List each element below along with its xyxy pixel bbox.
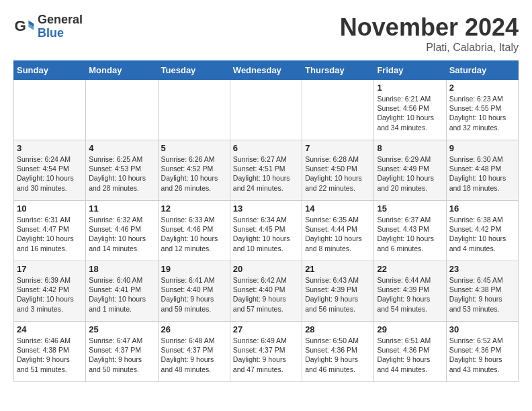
day-info: Sunrise: 6:28 AM Sunset: 4:50 PM Dayligh…	[305, 154, 371, 193]
day-info: Sunrise: 6:37 AM Sunset: 4:43 PM Dayligh…	[377, 215, 443, 253]
day-info: Sunrise: 6:33 AM Sunset: 4:46 PM Dayligh…	[161, 215, 227, 253]
day-number: 2	[449, 83, 515, 93]
day-info: Sunrise: 6:46 AM Sunset: 4:38 PM Dayligh…	[17, 336, 83, 374]
page-header: G General Blue November 2024 Plati, Cala…	[13, 13, 519, 54]
calendar-cell: 11Sunrise: 6:32 AM Sunset: 4:46 PM Dayli…	[86, 201, 158, 261]
calendar-cell: 20Sunrise: 6:42 AM Sunset: 4:40 PM Dayli…	[230, 261, 302, 322]
calendar-cell	[230, 80, 302, 140]
calendar-cell: 3Sunrise: 6:24 AM Sunset: 4:54 PM Daylig…	[14, 140, 86, 201]
day-number: 30	[449, 324, 515, 334]
day-number: 13	[233, 203, 299, 214]
location-subtitle: Plati, Calabria, Italy	[340, 42, 519, 54]
day-number: 16	[449, 203, 515, 214]
calendar-cell: 9Sunrise: 6:30 AM Sunset: 4:48 PM Daylig…	[446, 140, 518, 201]
day-number: 29	[377, 324, 443, 334]
day-number: 7	[305, 143, 371, 153]
calendar-cell: 8Sunrise: 6:29 AM Sunset: 4:49 PM Daylig…	[374, 140, 446, 201]
calendar-cell	[158, 80, 230, 140]
day-info: Sunrise: 6:41 AM Sunset: 4:40 PM Dayligh…	[161, 275, 227, 314]
day-info: Sunrise: 6:52 AM Sunset: 4:36 PM Dayligh…	[449, 336, 515, 374]
calendar-cell: 15Sunrise: 6:37 AM Sunset: 4:43 PM Dayli…	[374, 201, 446, 261]
week-row-2: 3Sunrise: 6:24 AM Sunset: 4:54 PM Daylig…	[14, 140, 519, 201]
day-number: 14	[305, 203, 371, 214]
day-info: Sunrise: 6:27 AM Sunset: 4:51 PM Dayligh…	[233, 154, 299, 193]
day-number: 1	[377, 83, 443, 93]
logo: G General Blue	[13, 13, 83, 40]
day-info: Sunrise: 6:35 AM Sunset: 4:44 PM Dayligh…	[305, 215, 371, 253]
day-info: Sunrise: 6:48 AM Sunset: 4:37 PM Dayligh…	[161, 336, 227, 374]
day-number: 4	[89, 143, 154, 153]
calendar-cell: 2Sunrise: 6:23 AM Sunset: 4:55 PM Daylig…	[446, 80, 518, 140]
calendar-cell: 26Sunrise: 6:48 AM Sunset: 4:37 PM Dayli…	[158, 322, 230, 382]
day-number: 3	[17, 143, 83, 153]
calendar-cell: 29Sunrise: 6:51 AM Sunset: 4:36 PM Dayli…	[374, 322, 446, 382]
weekday-header-monday: Monday	[86, 61, 158, 80]
calendar-cell: 19Sunrise: 6:41 AM Sunset: 4:40 PM Dayli…	[158, 261, 230, 322]
title-block: November 2024 Plati, Calabria, Italy	[340, 13, 519, 54]
day-info: Sunrise: 6:39 AM Sunset: 4:42 PM Dayligh…	[17, 275, 83, 314]
day-number: 24	[17, 324, 83, 334]
calendar-cell: 18Sunrise: 6:40 AM Sunset: 4:41 PM Dayli…	[86, 261, 158, 322]
day-number: 27	[233, 324, 299, 334]
weekday-header-tuesday: Tuesday	[158, 61, 230, 80]
day-info: Sunrise: 6:25 AM Sunset: 4:53 PM Dayligh…	[89, 154, 154, 193]
day-number: 26	[161, 324, 227, 334]
calendar-cell: 16Sunrise: 6:38 AM Sunset: 4:42 PM Dayli…	[446, 201, 518, 261]
calendar-cell: 22Sunrise: 6:44 AM Sunset: 4:39 PM Dayli…	[374, 261, 446, 322]
day-number: 15	[377, 203, 443, 214]
day-info: Sunrise: 6:43 AM Sunset: 4:39 PM Dayligh…	[305, 275, 371, 314]
logo-blue: Blue	[38, 27, 83, 40]
day-number: 23	[449, 264, 515, 274]
calendar-cell: 4Sunrise: 6:25 AM Sunset: 4:53 PM Daylig…	[86, 140, 158, 201]
calendar-cell: 24Sunrise: 6:46 AM Sunset: 4:38 PM Dayli…	[14, 322, 86, 382]
day-info: Sunrise: 6:21 AM Sunset: 4:56 PM Dayligh…	[377, 94, 443, 132]
day-info: Sunrise: 6:38 AM Sunset: 4:42 PM Dayligh…	[449, 215, 515, 253]
day-number: 22	[377, 264, 443, 274]
calendar-cell: 21Sunrise: 6:43 AM Sunset: 4:39 PM Dayli…	[302, 261, 374, 322]
calendar-cell: 30Sunrise: 6:52 AM Sunset: 4:36 PM Dayli…	[446, 322, 518, 382]
day-number: 25	[89, 324, 154, 334]
calendar-cell: 23Sunrise: 6:45 AM Sunset: 4:38 PM Dayli…	[446, 261, 518, 322]
day-number: 5	[161, 143, 227, 153]
calendar-cell: 25Sunrise: 6:47 AM Sunset: 4:37 PM Dayli…	[86, 322, 158, 382]
day-info: Sunrise: 6:31 AM Sunset: 4:47 PM Dayligh…	[17, 215, 83, 253]
day-info: Sunrise: 6:23 AM Sunset: 4:55 PM Dayligh…	[449, 94, 515, 132]
calendar-cell: 27Sunrise: 6:49 AM Sunset: 4:37 PM Dayli…	[230, 322, 302, 382]
day-info: Sunrise: 6:42 AM Sunset: 4:40 PM Dayligh…	[233, 275, 299, 314]
calendar-cell: 13Sunrise: 6:34 AM Sunset: 4:45 PM Dayli…	[230, 201, 302, 261]
day-info: Sunrise: 6:50 AM Sunset: 4:36 PM Dayligh…	[305, 336, 371, 374]
day-info: Sunrise: 6:44 AM Sunset: 4:39 PM Dayligh…	[377, 275, 443, 314]
month-title: November 2024	[340, 13, 519, 42]
week-row-4: 17Sunrise: 6:39 AM Sunset: 4:42 PM Dayli…	[14, 261, 519, 322]
day-number: 9	[449, 143, 515, 153]
logo-general: General	[38, 13, 83, 27]
day-info: Sunrise: 6:34 AM Sunset: 4:45 PM Dayligh…	[233, 215, 299, 253]
day-number: 12	[161, 203, 227, 214]
calendar-cell: 14Sunrise: 6:35 AM Sunset: 4:44 PM Dayli…	[302, 201, 374, 261]
day-info: Sunrise: 6:51 AM Sunset: 4:36 PM Dayligh…	[377, 336, 443, 374]
day-info: Sunrise: 6:45 AM Sunset: 4:38 PM Dayligh…	[449, 275, 515, 314]
week-row-3: 10Sunrise: 6:31 AM Sunset: 4:47 PM Dayli…	[14, 201, 519, 261]
logo-icon: G	[13, 16, 35, 38]
weekday-header-sunday: Sunday	[14, 61, 86, 80]
weekday-header-saturday: Saturday	[446, 61, 518, 80]
calendar-cell: 10Sunrise: 6:31 AM Sunset: 4:47 PM Dayli…	[14, 201, 86, 261]
weekday-header-row: SundayMondayTuesdayWednesdayThursdayFrid…	[14, 61, 519, 80]
day-number: 21	[305, 264, 371, 274]
day-number: 28	[305, 324, 371, 334]
week-row-5: 24Sunrise: 6:46 AM Sunset: 4:38 PM Dayli…	[14, 322, 519, 382]
svg-text:G: G	[15, 17, 26, 34]
calendar-cell: 1Sunrise: 6:21 AM Sunset: 4:56 PM Daylig…	[374, 80, 446, 140]
day-number: 11	[89, 203, 154, 214]
day-info: Sunrise: 6:30 AM Sunset: 4:48 PM Dayligh…	[449, 154, 515, 193]
day-info: Sunrise: 6:40 AM Sunset: 4:41 PM Dayligh…	[89, 275, 154, 314]
day-number: 10	[17, 203, 83, 214]
day-info: Sunrise: 6:32 AM Sunset: 4:46 PM Dayligh…	[89, 215, 154, 253]
day-number: 8	[377, 143, 443, 153]
logo-text: General Blue	[38, 13, 83, 40]
day-info: Sunrise: 6:49 AM Sunset: 4:37 PM Dayligh…	[233, 336, 299, 374]
day-number: 6	[233, 143, 299, 153]
day-info: Sunrise: 6:26 AM Sunset: 4:52 PM Dayligh…	[161, 154, 227, 193]
calendar-cell: 28Sunrise: 6:50 AM Sunset: 4:36 PM Dayli…	[302, 322, 374, 382]
calendar-cell	[86, 80, 158, 140]
